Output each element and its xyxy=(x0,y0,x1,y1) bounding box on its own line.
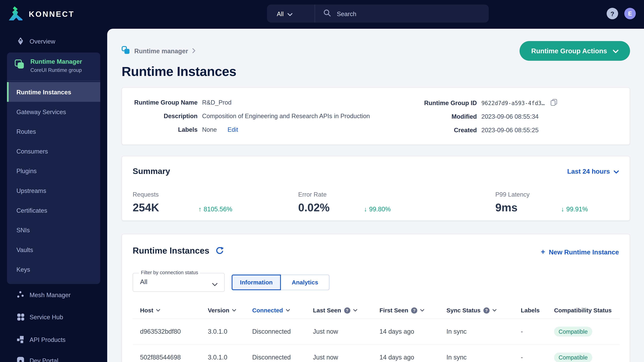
cell-host: 502f88544698 xyxy=(133,345,200,362)
divider xyxy=(7,80,100,81)
breadcrumb-label: Runtime manager xyxy=(134,47,188,55)
sort-icon xyxy=(492,309,496,312)
info-row-created: Created 2023-09-06 08:55:25 xyxy=(405,125,558,135)
search-scope-dropdown[interactable]: All xyxy=(267,10,314,17)
cell-compatibility: Compatible xyxy=(547,319,620,345)
cell-first-seen: 14 days ago xyxy=(372,345,439,362)
view-toggle: Information Analytics xyxy=(232,275,330,290)
runtime-instances-title: Runtime Instances xyxy=(133,246,209,256)
sidebar-item-label: Overview xyxy=(30,37,55,44)
filter-value: All xyxy=(140,278,148,286)
column-header-connected[interactable]: Connected xyxy=(245,302,306,319)
page-title: Runtime Instances xyxy=(122,64,236,79)
connection-status-filter[interactable]: Filter by connection status All xyxy=(133,273,225,292)
runtime-group-info-card: Runtime Group Name R&D_Prod Description … xyxy=(122,87,630,145)
sidebar-item-certificates[interactable]: Certificates xyxy=(7,200,100,220)
column-header-compatibility-status: Compatibility Status xyxy=(547,302,620,319)
column-header-first-seen[interactable]: First Seen? xyxy=(372,302,439,319)
table-row[interactable]: d963532bdf80 3.0.1.0 Disconnected Just n… xyxy=(133,319,620,345)
column-header-host[interactable]: Host xyxy=(133,302,200,319)
sidebar-item-keys[interactable]: Keys xyxy=(7,259,100,279)
cell-sync-status: In sync xyxy=(439,319,513,345)
sidebar-item-upstreams[interactable]: Upstreams xyxy=(7,181,100,200)
info-row-modified: Modified 2023-09-06 08:55:34 xyxy=(405,112,558,121)
table-header-row: Host Version Connected Last Seen? First … xyxy=(133,302,620,319)
runtime-group-panel: Runtime Manager CoreUI Runtime group Run… xyxy=(7,52,100,284)
copy-icon[interactable] xyxy=(550,99,558,107)
sidebar-item-consumers[interactable]: Consumers xyxy=(7,141,100,161)
info-row-labels: Labels None Edit xyxy=(133,125,405,134)
sidebar-item-dev-portal[interactable]: Dev Portal xyxy=(0,355,107,362)
chevron-down-icon xyxy=(613,47,618,55)
labels-value: None xyxy=(202,125,217,134)
sort-icon xyxy=(420,309,424,312)
refresh-icon[interactable] xyxy=(215,247,224,255)
runtime-group-name: CoreUI Runtime group xyxy=(30,67,82,73)
divider xyxy=(314,4,315,23)
main-content: Runtime manager Runtime Group Actions Ru… xyxy=(107,29,644,362)
runtime-group-actions-button[interactable]: Runtime Group Actions xyxy=(520,41,630,61)
info-row-group-name: Runtime Group Name R&D_Prod xyxy=(133,98,405,107)
column-header-sync-status[interactable]: Sync Status? xyxy=(439,302,513,319)
arrow-up-icon: ↑ xyxy=(198,206,202,213)
breadcrumb[interactable]: Runtime manager xyxy=(122,46,196,56)
cell-host: d963532bdf80 xyxy=(133,319,200,345)
help-button[interactable]: ? xyxy=(606,8,618,19)
error-rate-delta: ↓ 99.80% xyxy=(364,206,391,213)
sidebar-item-mesh-manager[interactable]: Mesh Manager xyxy=(0,289,107,301)
help-icon: ? xyxy=(411,307,418,313)
dev-portal-icon xyxy=(16,356,25,362)
plus-icon: + xyxy=(541,248,545,256)
brand-logo[interactable]: KONNECT xyxy=(8,5,74,23)
search-icon xyxy=(323,9,331,18)
time-range-dropdown[interactable]: Last 24 hours xyxy=(567,168,619,175)
runtime-instances-table: Host Version Connected Last Seen? First … xyxy=(133,302,620,362)
sidebar-item-vaults[interactable]: Vaults xyxy=(7,240,100,259)
avatar[interactable]: E xyxy=(624,8,636,19)
sidebar-item-runtime-instances[interactable]: Runtime Instances xyxy=(7,82,100,102)
description-value: Composition of Engineering and Research … xyxy=(202,112,370,121)
runtime-group-menu: Runtime Instances Gateway Services Route… xyxy=(7,82,100,279)
help-icon: ? xyxy=(483,307,490,313)
question-mark-icon: ? xyxy=(610,10,614,17)
sidebar-item-label: Dev Portal xyxy=(30,357,58,362)
sidebar-item-label: API Products xyxy=(30,336,66,343)
sidebar-item-api-products[interactable]: API Products xyxy=(0,334,107,345)
table-row[interactable]: 502f88544698 3.0.1.0 Disconnected Just n… xyxy=(133,345,620,362)
sort-icon xyxy=(353,309,357,312)
metric-requests: Requests 254K ↑ 8105.56% xyxy=(133,191,232,214)
edit-labels-link[interactable]: Edit xyxy=(228,125,238,134)
new-runtime-instance-button[interactable]: + New Runtime Instance xyxy=(541,248,619,256)
column-header-last-seen[interactable]: Last Seen? xyxy=(306,302,372,319)
sidebar-item-service-hub[interactable]: Service Hub xyxy=(0,311,107,323)
summary-metrics: Requests 254K ↑ 8105.56% Error Rate 0.02… xyxy=(133,191,619,218)
cell-connected: Disconnected xyxy=(245,319,306,345)
metric-error-rate: Error Rate 0.02% ↓ 99.80% xyxy=(298,191,391,214)
column-header-version[interactable]: Version xyxy=(200,302,245,319)
sidebar-item-label: Mesh Manager xyxy=(30,291,70,298)
logo-wordmark: KONNECT xyxy=(29,10,74,19)
summary-card: Summary Last 24 hours Requests 254K ↑ 81… xyxy=(122,156,630,221)
sidebar-item-label: Service Hub xyxy=(30,313,63,321)
runtime-manager-title[interactable]: Runtime Manager xyxy=(30,58,82,65)
cell-compatibility: Compatible xyxy=(547,345,620,362)
sidebar-item-plugins[interactable]: Plugins xyxy=(7,161,100,181)
sidebar-item-gateway-services[interactable]: Gateway Services xyxy=(7,102,100,121)
search-input[interactable] xyxy=(336,10,489,17)
topbar: KONNECT All ? E xyxy=(0,0,644,29)
sidebar-item-routes[interactable]: Routes xyxy=(7,121,100,141)
tab-analytics[interactable]: Analytics xyxy=(281,275,330,290)
chevron-down-icon xyxy=(212,281,218,288)
sidebar-item-overview[interactable]: Overview xyxy=(0,35,107,47)
chevron-down-icon xyxy=(287,10,292,17)
runtime-manager-icon xyxy=(15,59,25,69)
tab-information[interactable]: Information xyxy=(232,275,281,290)
sidebar-item-snis[interactable]: SNIs xyxy=(7,220,100,240)
avatar-initial: E xyxy=(628,10,632,17)
runtime-group-name-value: R&D_Prod xyxy=(202,98,232,107)
runtime-group-icon xyxy=(122,46,130,56)
sort-icon xyxy=(232,309,236,312)
cell-sync-status: In sync xyxy=(439,345,513,362)
p99-latency-value: 9ms xyxy=(495,201,561,214)
requests-delta: ↑ 8105.56% xyxy=(198,206,232,213)
